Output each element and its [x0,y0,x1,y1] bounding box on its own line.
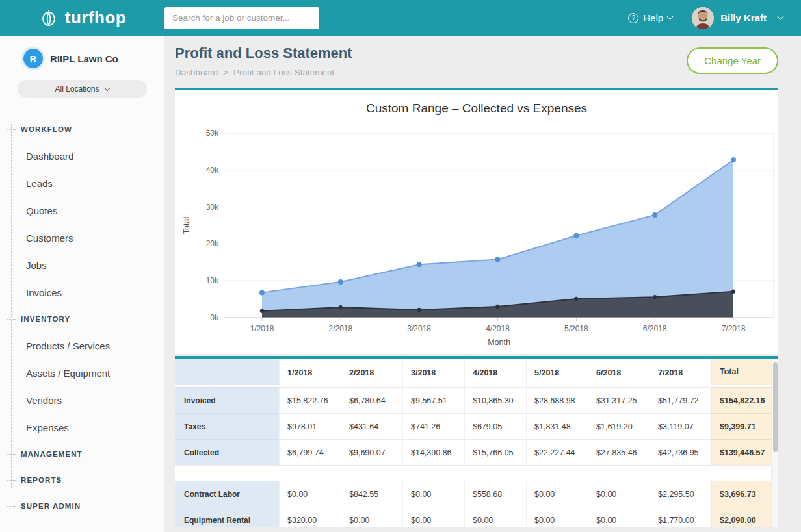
search-input[interactable] [164,7,319,29]
table-cell-equipment-rental: $0.00 [402,507,464,527]
table-cell-taxes: $1,619.20 [588,413,650,439]
sidebar-item-quotes[interactable]: Quotes [0,197,164,224]
user-name: Billy Kraft [720,12,767,23]
turfhop-logo-icon [38,8,59,29]
column-header-3-2018: 3/2018 [402,359,464,387]
breadcrumb-dashboard[interactable]: Dashboard [175,68,218,77]
table-scrollbar-thumb[interactable] [773,362,778,452]
svg-text:6/2018: 6/2018 [643,324,667,333]
change-year-button[interactable]: Change Year [687,47,778,74]
nav-section-super-admin[interactable]: SUPER ADMIN [0,493,164,519]
sidebar-item-expenses[interactable]: Expenses [0,414,164,441]
table-cell-collected: $27,835.46 [588,439,650,465]
table-cell-invoiced: $31,317.25 [588,387,650,413]
breadcrumb: Dashboard > Profit and Loss Statement [175,68,352,77]
chevron-down-icon [104,85,109,90]
nav-section-label: INVENTORY [21,315,70,323]
column-header-2-2018: 2/2018 [341,359,402,387]
table-cell-invoiced: $6,780.64 [341,387,402,413]
table-cell-invoiced: $9,567.51 [402,387,464,413]
tree-dash-icon [7,506,16,507]
row-label-contract-labor: Contract Labor [175,481,279,507]
table-cell-taxes: $431.64 [341,413,402,439]
table-cell-contract-labor: $0.00 [402,481,464,507]
company-logo-badge: R [23,49,43,68]
sidebar-item-invoices[interactable]: Invoices [0,279,164,306]
svg-text:4/2018: 4/2018 [486,324,510,333]
table-total-invoiced: $154,822.16 [711,387,771,413]
table-cell-equipment-rental: $0.00 [464,507,526,527]
sidebar-item-dashboard[interactable]: Dashboard [0,142,164,170]
page-title: Profit and Loss Statement [175,45,352,62]
table-cell-contract-labor: $2,295.50 [650,481,711,507]
table-spacer-row [175,465,771,481]
pl-table: 1/20182/20183/20184/20185/20186/20187/20… [175,359,778,527]
help-menu[interactable]: ? Help [628,12,672,23]
table-scrollbar[interactable] [771,359,778,527]
nav-section-workflow[interactable]: WORKFLOW [0,116,164,142]
svg-text:Month: Month [488,338,510,347]
table-cell-contract-labor: $0.00 [279,481,341,507]
sidebar-item-customers[interactable]: Customers [0,224,164,251]
table-cell-contract-labor: $558.68 [464,481,526,507]
sidebar-item-jobs[interactable]: Jobs [0,251,164,279]
table-cell-equipment-rental: $320.00 [279,507,341,527]
breadcrumb-separator: > [223,68,228,77]
svg-text:30k: 30k [206,203,219,212]
svg-text:7/2018: 7/2018 [722,324,746,333]
table-cell-contract-labor: $842.55 [341,481,402,507]
svg-text:20k: 20k [206,239,219,248]
svg-text:3/2018: 3/2018 [407,324,431,333]
pl-table-card: 1/20182/20183/20184/20185/20186/20187/20… [175,356,778,527]
company-row: R RIIPL Lawn Co [0,46,164,71]
location-selector[interactable]: All Locations [18,80,147,98]
nav-tree-guide [11,124,12,488]
table-total-collected: $139,446.57 [711,439,771,465]
table-corner-cell [175,359,279,385]
row-label-taxes: Taxes [175,413,279,439]
table-cell-collected: $22,227.44 [526,439,588,465]
sidebar-item-vendors[interactable]: Vendors [0,386,164,414]
table-cell-invoiced: $10,865.30 [464,387,526,413]
svg-text:2/2018: 2/2018 [328,324,352,333]
nav-section-management[interactable]: MANAGEMENT [0,441,164,467]
logo-text: turfhop [65,8,126,28]
table-total-contract-labor: $3,696.73 [711,481,771,507]
nav-section-label: REPORTS [21,476,62,484]
user-menu[interactable]: Billy Kraft [692,7,783,29]
svg-text:Total: Total [182,217,191,234]
table-cell-equipment-rental: $1,770.00 [650,507,711,527]
user-avatar [692,7,714,29]
svg-text:1/2018: 1/2018 [250,324,274,333]
sidebar: R RIIPL Lawn Co All Locations WORKFLOWDa… [0,36,164,532]
chart-card: Custom Range – Collected vs Expenses 0k1… [175,88,778,354]
column-header-4-2018: 4/2018 [464,359,526,387]
row-label-invoiced: Invoiced [175,387,279,413]
turfhop-logo[interactable]: turfhop [0,8,164,29]
row-label-collected: Collected [175,439,279,465]
nav-section-label: MANAGEMENT [21,450,83,458]
table-cell-collected: $14,390.86 [402,439,464,465]
svg-text:40k: 40k [206,166,219,175]
table-cell-invoiced: $28,688.98 [526,387,588,413]
sidebar-nav: WORKFLOWDashboardLeadsQuotesCustomersJob… [0,116,164,519]
column-header-1-2018: 1/2018 [279,359,341,387]
table-cell-equipment-rental: $0.00 [526,507,588,527]
nav-section-inventory[interactable]: INVENTORY [0,306,164,332]
nav-section-reports[interactable]: REPORTS [0,467,164,493]
svg-text:50k: 50k [206,129,219,138]
svg-text:5/2018: 5/2018 [564,324,588,333]
column-header-total: Total [711,359,771,385]
table-cell-contract-labor: $0.00 [588,481,650,507]
breadcrumb-current: Profit and Loss Statement [233,68,334,77]
svg-text:0k: 0k [210,313,219,322]
collected-vs-expenses-chart: 0k10k20k30k40k50k1/20182/20183/20184/201… [175,90,778,357]
table-cell-taxes: $978.01 [279,413,341,439]
sidebar-item-leads[interactable]: Leads [0,170,164,197]
table-cell-collected: $42,736.95 [650,439,711,465]
location-selector-label: All Locations [55,84,99,94]
table-cell-equipment-rental: $0.00 [588,507,650,527]
table-cell-taxes: $679.05 [464,413,526,439]
sidebar-item-assets-equipment[interactable]: Assets / Equipment [0,359,164,386]
sidebar-item-products-services[interactable]: Products / Services [0,332,164,359]
